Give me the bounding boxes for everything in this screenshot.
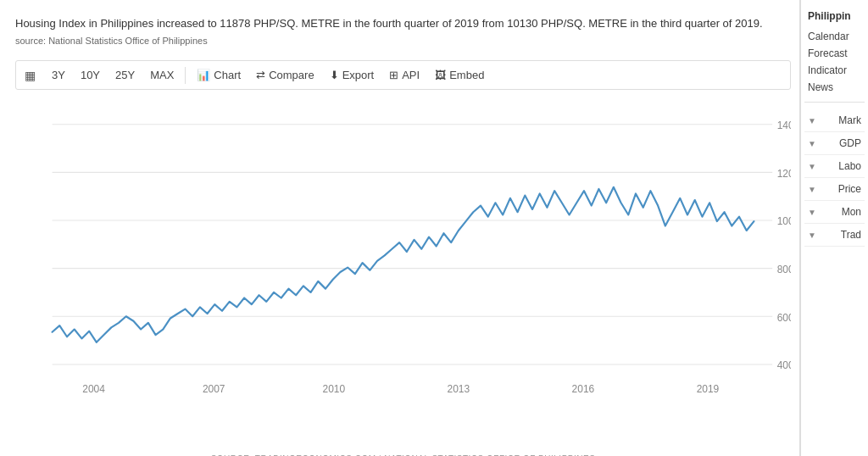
sidebar-section-labo-label: Labo <box>838 160 861 172</box>
compare-label: Compare <box>269 69 314 81</box>
svg-text:2016: 2016 <box>572 383 595 395</box>
svg-text:6000: 6000 <box>777 312 791 324</box>
main-content: Housing Index in Philippines increased t… <box>0 0 800 456</box>
sidebar-section-arrow-trad: ▼ <box>808 231 816 240</box>
period-3y-button[interactable]: 3Y <box>46 66 71 84</box>
api-label: API <box>402 69 420 81</box>
sidebar-section-price-label: Price <box>838 183 861 195</box>
sidebar-section-mon[interactable]: ▼ Mon <box>804 201 865 224</box>
sidebar-section-trad-label: Trad <box>841 229 861 241</box>
svg-text:10000: 10000 <box>777 215 791 227</box>
description-text: Housing Index in Philippines increased t… <box>15 15 791 48</box>
chart-area: 14000 12000 10000 8000 6000 4000 2004 20… <box>15 97 791 448</box>
period-25y-label: 25Y <box>115 69 135 81</box>
chart-button[interactable]: 📊 Chart <box>191 66 247 84</box>
sidebar-top-links: Calendar Forecast Indicator News <box>801 29 868 95</box>
embed-icon: 🖼 <box>435 69 446 81</box>
sidebar-section-arrow-labo: ▼ <box>808 162 816 171</box>
sidebar-link-calendar[interactable]: Calendar <box>804 29 865 44</box>
sidebar-link-forecast[interactable]: Forecast <box>804 46 865 61</box>
source-name: National Statistics Office of Philippine… <box>48 36 208 46</box>
svg-text:2004: 2004 <box>82 383 105 395</box>
svg-text:2019: 2019 <box>697 383 720 395</box>
embed-label: Embed <box>449 69 484 81</box>
sidebar-section-trad[interactable]: ▼ Trad <box>804 224 865 247</box>
api-icon: ⊞ <box>389 69 398 81</box>
sidebar-section-arrow-mon: ▼ <box>808 208 816 217</box>
sidebar-divider <box>804 102 865 103</box>
source-label: source: National Statistics Office of Ph… <box>15 36 208 46</box>
sidebar-link-news[interactable]: News <box>804 80 865 95</box>
toolbar: ▦ 3Y 10Y 25Y MAX 📊 Chart ⇄ Compare ⬇ Exp… <box>15 60 791 90</box>
period-3y-label: 3Y <box>52 69 65 81</box>
sidebar-section-arrow-gdp: ▼ <box>808 139 816 148</box>
svg-text:2010: 2010 <box>322 383 345 395</box>
sidebar-section-gdp[interactable]: ▼ GDP <box>804 132 865 155</box>
sidebar-section-mark[interactable]: ▼ Mark <box>804 109 865 132</box>
svg-text:2007: 2007 <box>203 383 225 395</box>
svg-text:4000: 4000 <box>777 359 791 371</box>
sidebar-title: Philippin <box>801 7 868 29</box>
compare-icon: ⇄ <box>256 69 265 81</box>
calendar-icon: ▦ <box>25 69 36 82</box>
sidebar-section-mark-label: Mark <box>838 114 861 126</box>
export-label: Export <box>342 69 375 81</box>
sidebar-section-labo[interactable]: ▼ Labo <box>804 155 865 178</box>
sidebar-section-price[interactable]: ▼ Price <box>804 178 865 201</box>
sidebar-link-indicator[interactable]: Indicator <box>804 63 865 78</box>
chart-icon: 📊 <box>197 69 210 81</box>
svg-text:2013: 2013 <box>448 383 470 395</box>
svg-text:12000: 12000 <box>777 168 791 180</box>
period-10y-label: 10Y <box>81 69 100 81</box>
sidebar-section-arrow-price: ▼ <box>808 185 816 194</box>
period-max-label: MAX <box>150 69 174 81</box>
sidebar-section-mon-label: Mon <box>842 206 861 218</box>
sidebar-sections: ▼ Mark ▼ GDP ▼ Labo ▼ Price ▼ Mon ▼ Trad <box>801 109 868 247</box>
chart-label: Chart <box>214 69 241 81</box>
period-10y-button[interactable]: 10Y <box>75 66 106 84</box>
period-max-button[interactable]: MAX <box>144 66 180 84</box>
compare-button[interactable]: ⇄ Compare <box>250 66 320 84</box>
toolbar-divider-1 <box>185 67 186 84</box>
sidebar: Philippin Calendar Forecast Indicator Ne… <box>800 0 868 456</box>
chart-line <box>53 187 754 342</box>
api-button[interactable]: ⊞ API <box>383 66 426 84</box>
svg-text:14000: 14000 <box>777 120 791 131</box>
embed-button[interactable]: 🖼 Embed <box>429 66 490 84</box>
sidebar-section-arrow-mark: ▼ <box>808 116 816 125</box>
period-25y-button[interactable]: 25Y <box>109 66 141 84</box>
export-button[interactable]: ⬇ Export <box>324 66 381 84</box>
source-label-text: source: <box>15 36 46 46</box>
description-main: Housing Index in Philippines increased t… <box>15 17 763 30</box>
svg-text:8000: 8000 <box>777 264 791 275</box>
chart-svg: 14000 12000 10000 8000 6000 4000 2004 20… <box>15 97 791 448</box>
export-icon: ⬇ <box>330 69 339 81</box>
sidebar-section-gdp-label: GDP <box>839 137 861 149</box>
